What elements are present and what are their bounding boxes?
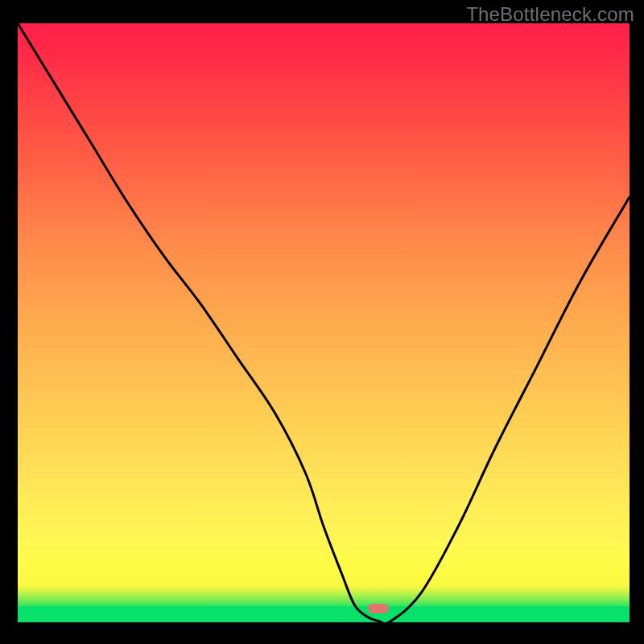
watermark-text: TheBottleneck.com: [466, 3, 634, 26]
plot-area: [18, 23, 630, 622]
curve-svg: [18, 23, 630, 622]
bottleneck-curve: [18, 23, 630, 622]
optimal-marker: [368, 604, 389, 613]
chart-frame: TheBottleneck.com: [0, 0, 644, 644]
